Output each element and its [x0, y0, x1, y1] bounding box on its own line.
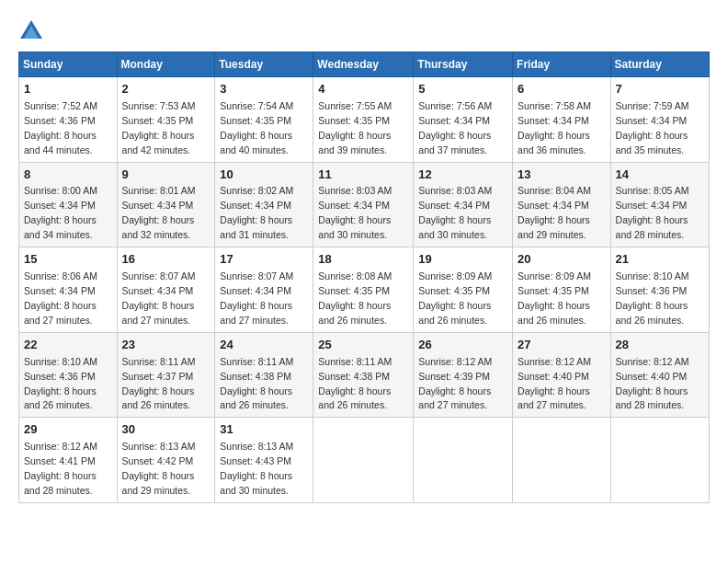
day-cell	[313, 418, 414, 503]
daylight: Daylight: 8 hours and 26 minutes.	[24, 385, 97, 411]
sunset: Sunset: 4:35 PM	[418, 285, 490, 296]
day-cell: 30Sunrise: 8:13 AMSunset: 4:42 PMDayligh…	[117, 418, 215, 503]
sunrise: Sunrise: 8:09 AM	[518, 270, 591, 282]
sunset: Sunset: 4:34 PM	[220, 285, 291, 296]
sunset: Sunset: 4:39 PM	[418, 371, 490, 382]
daylight: Daylight: 8 hours and 28 minutes.	[616, 385, 688, 411]
daylight: Daylight: 8 hours and 35 minutes.	[616, 130, 688, 155]
day-number: 10	[220, 167, 308, 184]
header	[18, 15, 710, 44]
sunrise: Sunrise: 8:10 AM	[616, 270, 689, 282]
week-row-3: 15Sunrise: 8:06 AMSunset: 4:34 PMDayligh…	[19, 247, 710, 333]
daylight: Daylight: 8 hours and 44 minutes.	[24, 130, 97, 155]
sunset: Sunset: 4:38 PM	[318, 371, 390, 382]
daylight: Daylight: 8 hours and 30 minutes.	[318, 214, 391, 240]
sunrise: Sunrise: 8:01 AM	[122, 185, 196, 196]
daylight: Daylight: 8 hours and 28 minutes.	[24, 470, 97, 496]
day-number: 21	[616, 251, 704, 269]
sunset: Sunset: 4:34 PM	[616, 200, 688, 211]
day-number: 18	[318, 251, 408, 269]
daylight: Daylight: 8 hours and 26 minutes.	[220, 385, 292, 411]
header-friday: Friday	[513, 52, 611, 77]
day-number: 29	[24, 421, 112, 439]
day-number: 4	[318, 81, 408, 98]
day-number: 25	[318, 337, 408, 354]
daylight: Daylight: 8 hours and 26 minutes.	[318, 385, 391, 411]
sunset: Sunset: 4:34 PM	[122, 285, 194, 296]
daylight: Daylight: 8 hours and 27 minutes.	[24, 300, 97, 326]
daylight: Daylight: 8 hours and 27 minutes.	[220, 300, 292, 326]
daylight: Daylight: 8 hours and 29 minutes.	[122, 470, 195, 496]
day-cell: 11Sunrise: 8:03 AMSunset: 4:34 PMDayligh…	[313, 162, 414, 247]
day-number: 3	[220, 81, 308, 98]
day-cell	[513, 418, 611, 503]
day-cell: 18Sunrise: 8:08 AMSunset: 4:35 PMDayligh…	[313, 247, 414, 333]
sunset: Sunset: 4:38 PM	[220, 371, 291, 382]
daylight: Daylight: 8 hours and 34 minutes.	[24, 214, 97, 240]
sunset: Sunset: 4:35 PM	[518, 285, 589, 296]
page: SundayMondayTuesdayWednesdayThursdayFrid…	[0, 0, 728, 512]
day-cell: 20Sunrise: 8:09 AMSunset: 4:35 PMDayligh…	[513, 247, 611, 333]
sunrise: Sunrise: 8:12 AM	[24, 441, 97, 452]
sunset: Sunset: 4:40 PM	[616, 371, 688, 382]
day-number: 23	[122, 337, 210, 354]
day-number: 6	[518, 81, 606, 98]
sunset: Sunset: 4:34 PM	[220, 200, 291, 211]
sunset: Sunset: 4:35 PM	[318, 285, 390, 296]
day-cell: 26Sunrise: 8:12 AMSunset: 4:39 PMDayligh…	[414, 332, 513, 418]
day-cell: 10Sunrise: 8:02 AMSunset: 4:34 PMDayligh…	[215, 162, 313, 247]
sunrise: Sunrise: 8:08 AM	[318, 270, 392, 282]
daylight: Daylight: 8 hours and 27 minutes.	[122, 300, 195, 326]
week-row-5: 29Sunrise: 8:12 AMSunset: 4:41 PMDayligh…	[19, 418, 710, 503]
day-number: 17	[220, 251, 308, 269]
sunset: Sunset: 4:40 PM	[518, 371, 589, 382]
day-cell: 31Sunrise: 8:13 AMSunset: 4:43 PMDayligh…	[215, 418, 313, 503]
day-cell: 29Sunrise: 8:12 AMSunset: 4:41 PMDayligh…	[19, 418, 118, 503]
header-monday: Monday	[117, 52, 215, 77]
day-cell: 25Sunrise: 8:11 AMSunset: 4:38 PMDayligh…	[313, 332, 414, 418]
daylight: Daylight: 8 hours and 32 minutes.	[122, 214, 195, 240]
sunset: Sunset: 4:34 PM	[518, 200, 589, 211]
daylight: Daylight: 8 hours and 37 minutes.	[418, 130, 491, 155]
sunrise: Sunrise: 8:11 AM	[122, 356, 196, 367]
daylight: Daylight: 8 hours and 29 minutes.	[518, 214, 590, 240]
sunrise: Sunrise: 8:07 AM	[122, 270, 196, 282]
day-cell	[414, 418, 513, 503]
day-cell: 6Sunrise: 7:58 AMSunset: 4:34 PMDaylight…	[513, 77, 611, 163]
day-cell: 27Sunrise: 8:12 AMSunset: 4:40 PMDayligh…	[513, 332, 611, 418]
sunrise: Sunrise: 8:04 AM	[518, 185, 591, 196]
sunrise: Sunrise: 8:07 AM	[220, 270, 293, 282]
sunrise: Sunrise: 8:12 AM	[616, 356, 689, 367]
day-number: 24	[220, 337, 308, 354]
day-cell: 5Sunrise: 7:56 AMSunset: 4:34 PMDaylight…	[414, 77, 513, 163]
day-number: 30	[122, 421, 210, 439]
day-number: 27	[518, 337, 606, 354]
daylight: Daylight: 8 hours and 26 minutes.	[518, 300, 590, 326]
day-number: 11	[318, 167, 408, 184]
day-cell: 19Sunrise: 8:09 AMSunset: 4:35 PMDayligh…	[414, 247, 513, 333]
day-number: 16	[122, 251, 210, 269]
logo-icon	[18, 18, 44, 44]
day-number: 14	[616, 167, 704, 184]
day-number: 5	[418, 81, 507, 98]
logo	[18, 18, 48, 44]
day-cell: 23Sunrise: 8:11 AMSunset: 4:37 PMDayligh…	[117, 332, 215, 418]
day-cell: 12Sunrise: 8:03 AMSunset: 4:34 PMDayligh…	[414, 162, 513, 247]
day-cell: 24Sunrise: 8:11 AMSunset: 4:38 PMDayligh…	[215, 332, 313, 418]
daylight: Daylight: 8 hours and 42 minutes.	[122, 130, 195, 155]
day-number: 19	[418, 251, 507, 269]
sunset: Sunset: 4:34 PM	[418, 200, 490, 211]
header-thursday: Thursday	[414, 52, 513, 77]
day-cell: 22Sunrise: 8:10 AMSunset: 4:36 PMDayligh…	[19, 332, 118, 418]
sunset: Sunset: 4:34 PM	[24, 200, 96, 211]
sunrise: Sunrise: 7:52 AM	[24, 100, 97, 111]
sunset: Sunset: 4:36 PM	[24, 371, 96, 382]
daylight: Daylight: 8 hours and 39 minutes.	[318, 130, 391, 155]
sunset: Sunset: 4:35 PM	[220, 115, 291, 126]
daylight: Daylight: 8 hours and 26 minutes.	[122, 385, 195, 411]
sunset: Sunset: 4:37 PM	[122, 371, 194, 382]
daylight: Daylight: 8 hours and 40 minutes.	[220, 130, 292, 155]
sunset: Sunset: 4:34 PM	[318, 200, 390, 211]
daylight: Daylight: 8 hours and 27 minutes.	[418, 385, 491, 411]
sunrise: Sunrise: 8:02 AM	[220, 185, 293, 196]
